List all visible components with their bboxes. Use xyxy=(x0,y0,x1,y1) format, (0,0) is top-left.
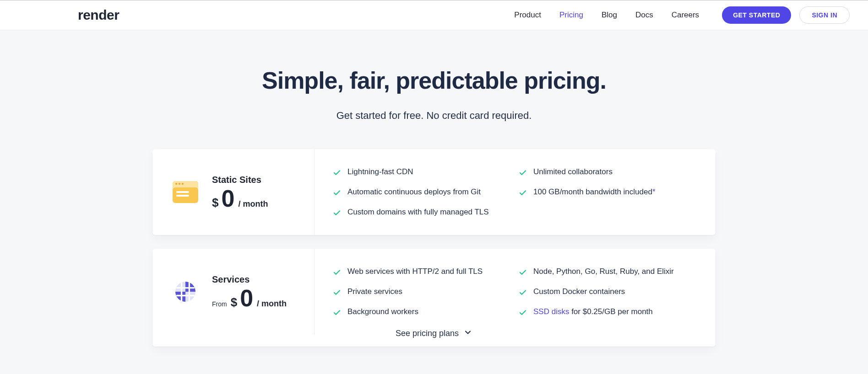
card-summary: Static Sites $0 / month xyxy=(173,149,315,235)
price-from: From xyxy=(212,300,227,308)
nav-docs[interactable]: Docs xyxy=(635,11,653,20)
price-unit: / month xyxy=(257,299,287,309)
price-unit: / month xyxy=(238,199,268,209)
list-item: Web services with HTTP/2 and full TLS xyxy=(333,267,510,279)
see-pricing-plans-toggle[interactable]: See pricing plans xyxy=(152,328,716,339)
list-item: Automatic continuous deploys from Git xyxy=(333,187,510,199)
expand-label: See pricing plans xyxy=(396,329,459,338)
check-icon xyxy=(519,169,527,179)
check-icon xyxy=(519,289,527,299)
pricing-card-static-sites: Static Sites $0 / month Lightning-fast C… xyxy=(152,149,716,235)
feature-text: Private services xyxy=(347,287,402,296)
card-price: $0 / month xyxy=(212,188,268,210)
chevron-down-icon xyxy=(463,328,472,339)
feature-text: Automatic continuous deploys from Git xyxy=(347,187,481,197)
card-title: Services xyxy=(212,274,287,285)
pricing-card-services: Services From $0 / month Web services wi… xyxy=(152,249,716,347)
feature-text: Lightning-fast CDN xyxy=(347,167,413,176)
feature-text: Unlimited collaborators xyxy=(533,167,613,176)
list-item: SSD disks for $0.25/GB per month xyxy=(519,307,695,319)
feature-text: Custom domains with fully managed TLS xyxy=(347,208,489,217)
list-item: Custom Docker containers xyxy=(519,287,695,299)
list-item: 100 GB/month bandwidth included* xyxy=(519,187,695,199)
nav-product[interactable]: Product xyxy=(514,11,541,20)
list-item: Lightning-fast CDN xyxy=(333,167,510,179)
feature-text: SSD disks for $0.25/GB per month xyxy=(533,307,653,316)
check-icon xyxy=(519,309,527,319)
price-currency: $ xyxy=(231,295,237,310)
card-price: From $0 / month xyxy=(212,288,287,310)
list-item: Custom domains with fully managed TLS xyxy=(333,208,510,219)
card-features: Web services with HTTP/2 and full TLS No… xyxy=(315,264,695,319)
nav-blog[interactable]: Blog xyxy=(602,11,617,20)
ssd-disks-link[interactable]: SSD disks xyxy=(533,307,569,316)
logo[interactable]: render xyxy=(78,7,119,23)
nav-careers[interactable]: Careers xyxy=(672,11,699,20)
static-site-icon xyxy=(173,179,198,205)
check-icon xyxy=(333,289,341,299)
feature-text: 100 GB/month bandwidth included* xyxy=(533,187,656,197)
list-item: Background workers xyxy=(333,307,510,319)
feature-text: Background workers xyxy=(347,307,418,316)
price-amount: 0 xyxy=(240,288,253,309)
list-item: Unlimited collaborators xyxy=(519,167,695,179)
check-icon xyxy=(333,268,341,279)
top-navigation: render Product Pricing Blog Docs Careers… xyxy=(0,0,868,30)
price-currency: $ xyxy=(212,196,218,210)
feature-text: Custom Docker containers xyxy=(533,287,625,296)
nav-pricing[interactable]: Pricing xyxy=(559,11,583,20)
check-icon xyxy=(333,209,341,219)
header-actions: GET STARTED SIGN IN xyxy=(722,6,850,24)
list-item: Private services xyxy=(333,287,510,299)
feature-text: Web services with HTTP/2 and full TLS xyxy=(347,267,483,276)
hero: Simple, fair, predictable pricing. Get s… xyxy=(0,30,868,149)
feature-text: Node, Python, Go, Rust, Ruby, and Elixir xyxy=(533,267,674,276)
check-icon xyxy=(519,189,527,199)
check-icon xyxy=(333,189,341,199)
sign-in-button[interactable]: SIGN IN xyxy=(799,6,850,24)
price-amount: 0 xyxy=(221,188,234,209)
card-features: Lightning-fast CDN Unlimited collaborato… xyxy=(315,165,695,219)
main-nav: Product Pricing Blog Docs Careers xyxy=(514,11,699,20)
card-title: Static Sites xyxy=(212,175,268,185)
check-icon xyxy=(519,268,527,279)
page-subtitle: Get started for free. No credit card req… xyxy=(0,110,868,122)
check-icon xyxy=(333,169,341,179)
page-title: Simple, fair, predictable pricing. xyxy=(0,67,868,94)
globe-icon xyxy=(173,279,198,305)
check-icon xyxy=(333,309,341,319)
card-summary: Services From $0 / month xyxy=(173,249,315,335)
list-item: Node, Python, Go, Rust, Ruby, and Elixir xyxy=(519,267,695,279)
footnote-link[interactable]: * xyxy=(652,187,656,196)
get-started-button[interactable]: GET STARTED xyxy=(722,6,791,24)
